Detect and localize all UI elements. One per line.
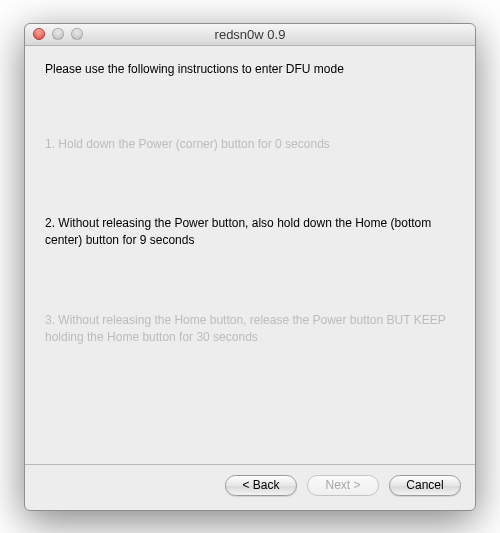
- separator: [25, 464, 475, 465]
- close-icon[interactable]: [33, 28, 45, 40]
- minimize-icon[interactable]: [52, 28, 64, 40]
- zoom-icon[interactable]: [71, 28, 83, 40]
- window-controls: [25, 28, 83, 40]
- window-title: redsn0w 0.9: [25, 27, 475, 42]
- step-1: 1. Hold down the Power (corner) button f…: [45, 136, 455, 153]
- next-button: Next >: [307, 475, 379, 496]
- step-2: 2. Without releasing the Power button, a…: [45, 215, 455, 250]
- titlebar: redsn0w 0.9: [25, 24, 475, 46]
- content-area: Please use the following instructions to…: [25, 46, 475, 464]
- button-row: < Back Next > Cancel: [25, 475, 475, 510]
- step-3: 3. Without releasing the Home button, re…: [45, 312, 455, 347]
- app-window: redsn0w 0.9 Please use the following ins…: [24, 23, 476, 511]
- cancel-button[interactable]: Cancel: [389, 475, 461, 496]
- instructions-heading: Please use the following instructions to…: [45, 62, 455, 76]
- back-button[interactable]: < Back: [225, 475, 297, 496]
